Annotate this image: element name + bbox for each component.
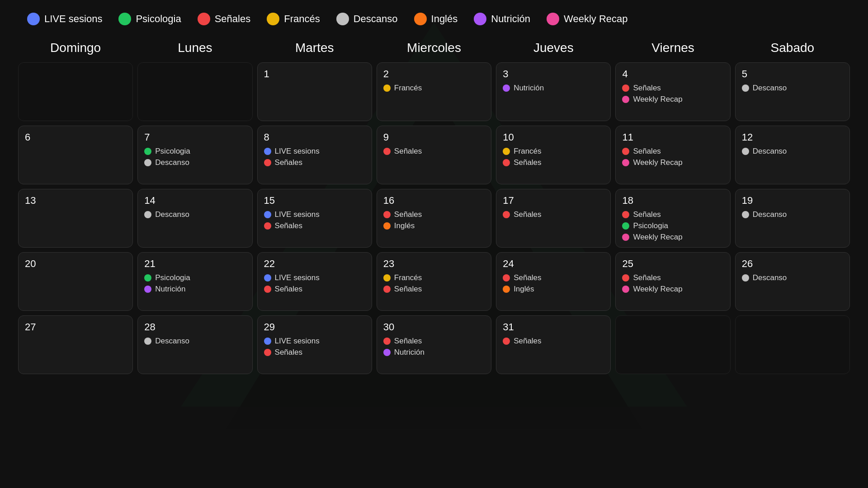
event-label: LIVE sesions — [275, 210, 320, 219]
event-label: Señales — [514, 273, 541, 282]
cell-day-number: 30 — [383, 321, 485, 333]
calendar-grid: 12Francés3Nutrición4SeñalesWeekly Recap5… — [18, 62, 850, 374]
calendar-cell-15: 15LIVE sesionsSeñales — [257, 189, 372, 248]
live-event-dot — [264, 338, 271, 345]
calendar-cell-27: 27 — [18, 315, 133, 374]
calendar-cell-1: 1 — [257, 62, 372, 121]
nutricion-dot — [474, 13, 486, 25]
calendar-cell-empty-4-5 — [615, 315, 730, 374]
weekly_recap-dot — [547, 13, 559, 25]
cell-day-number: 3 — [503, 68, 604, 80]
cell-events: PsicologiaDescanso — [144, 147, 245, 167]
cell-events: Descanso — [144, 210, 245, 219]
event-label: Señales — [275, 221, 302, 230]
event-psicologia: Psicologia — [622, 221, 723, 230]
cell-day-number: 4 — [622, 68, 723, 80]
cell-events: Descanso — [742, 147, 843, 156]
cell-day-number: 9 — [383, 131, 485, 143]
senales-event-dot — [264, 159, 271, 166]
senales-event-dot — [622, 148, 629, 155]
event-label: Nutrición — [394, 348, 425, 357]
event-senales: Señales — [264, 221, 365, 230]
event-label: Inglés — [514, 285, 534, 294]
descanso-dot — [336, 13, 349, 25]
senales-event-dot — [383, 211, 391, 218]
psicologia-event-dot — [622, 222, 629, 230]
event-label: Nutrición — [155, 285, 185, 294]
cell-day-number: 12 — [742, 131, 843, 143]
cell-day-number: 20 — [25, 258, 126, 270]
cell-events: Descanso — [742, 273, 843, 282]
cell-day-number: 29 — [264, 321, 365, 333]
event-label: Psicologia — [155, 147, 190, 156]
cell-day-number: 24 — [503, 258, 604, 270]
cell-events: SeñalesPsicologiaWeekly Recap — [622, 210, 723, 242]
ingles-dot — [414, 13, 427, 25]
cell-events: SeñalesNutrición — [383, 337, 485, 357]
event-label: Señales — [633, 210, 660, 219]
calendar-cell-29: 29LIVE sesionsSeñales — [257, 315, 372, 374]
event-senales: Señales — [622, 273, 723, 282]
live-dot — [27, 13, 40, 25]
event-weekly_recap: Weekly Recap — [622, 233, 723, 242]
legend: LIVE sesionsPsicologiaSeñalesFrancésDesc… — [0, 0, 868, 34]
legend-label-senales: Señales — [215, 13, 251, 25]
day-header-lunes: Lunes — [137, 39, 252, 57]
frances-event-dot — [503, 148, 510, 155]
cell-events: Señales — [503, 210, 604, 219]
event-label: Francés — [394, 84, 422, 93]
event-label: Descanso — [753, 147, 787, 156]
cell-day-number: 31 — [503, 321, 604, 333]
senales-event-dot — [383, 338, 391, 345]
cell-day-number: 15 — [264, 195, 365, 206]
cell-events: SeñalesInglés — [503, 273, 604, 294]
cell-events: SeñalesWeekly Recap — [622, 273, 723, 294]
event-ingles: Inglés — [383, 221, 485, 230]
senales-event-dot — [383, 148, 391, 155]
weekly_recap-event-dot — [622, 234, 629, 241]
event-nutricion: Nutrición — [503, 84, 604, 93]
calendar-cell-10: 10FrancésSeñales — [496, 126, 611, 184]
legend-label-ingles: Inglés — [431, 13, 458, 25]
event-label: Descanso — [155, 210, 189, 219]
legend-label-frances: Francés — [284, 13, 320, 25]
cell-day-number: 13 — [25, 195, 126, 206]
cell-events: Descanso — [742, 210, 843, 219]
calendar-cell-empty-4-6 — [735, 315, 850, 374]
event-label: Señales — [633, 273, 660, 282]
nutricion-event-dot — [383, 349, 391, 356]
event-label: Psicologia — [155, 273, 190, 282]
event-descanso: Descanso — [144, 337, 245, 346]
legend-item-nutricion: Nutrición — [474, 13, 530, 25]
weekly_recap-event-dot — [622, 159, 629, 166]
cell-day-number: 27 — [25, 321, 126, 333]
event-descanso: Descanso — [742, 210, 843, 219]
event-descanso: Descanso — [742, 84, 843, 93]
cell-day-number: 17 — [503, 195, 604, 206]
calendar: DomingoLunesMartesMiercolesJuevesViernes… — [0, 34, 868, 379]
event-ingles: Inglés — [503, 285, 604, 294]
calendar-cell-21: 21PsicologiaNutrición — [137, 252, 252, 311]
event-live: LIVE sesions — [264, 337, 365, 346]
cell-events: LIVE sesionsSeñales — [264, 337, 365, 357]
cell-day-number: 19 — [742, 195, 843, 206]
cell-events: LIVE sesionsSeñales — [264, 210, 365, 230]
event-label: Descanso — [753, 84, 787, 93]
weekly_recap-event-dot — [622, 286, 629, 293]
legend-item-psicologia: Psicologia — [118, 13, 181, 25]
descanso-event-dot — [144, 211, 151, 218]
legend-item-descanso: Descanso — [336, 13, 398, 25]
senales-event-dot — [503, 211, 510, 218]
calendar-cell-25: 25SeñalesWeekly Recap — [615, 252, 730, 311]
legend-label-live: LIVE sesions — [44, 13, 102, 25]
live-event-dot — [264, 211, 271, 218]
event-label: Señales — [514, 158, 541, 167]
event-senales: Señales — [383, 337, 485, 346]
cell-day-number: 16 — [383, 195, 485, 206]
event-frances: Francés — [383, 273, 485, 282]
calendar-cell-16: 16SeñalesInglés — [377, 189, 491, 248]
event-live: LIVE sesions — [264, 147, 365, 156]
legend-item-live: LIVE sesions — [27, 13, 102, 25]
cell-day-number: 2 — [383, 68, 485, 80]
legend-item-senales: Señales — [198, 13, 251, 25]
